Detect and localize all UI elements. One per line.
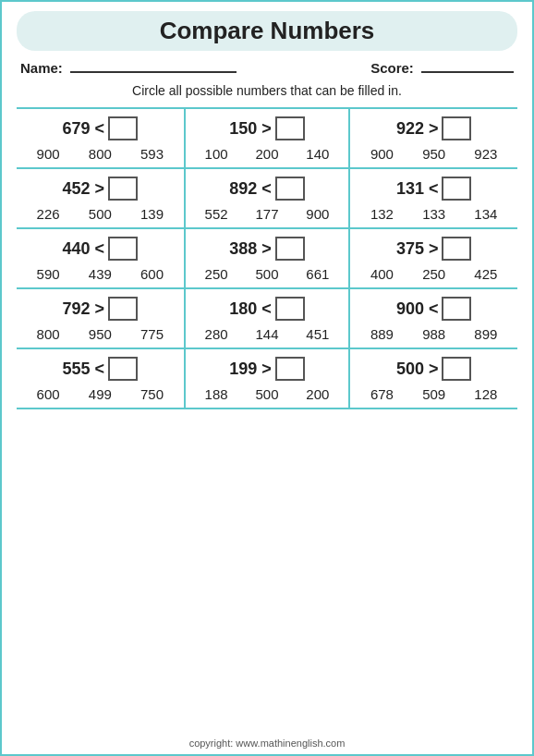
option-value[interactable]: 900: [370, 146, 394, 162]
answer-box[interactable]: [108, 116, 138, 140]
option-value[interactable]: 128: [474, 386, 497, 402]
option-value[interactable]: 425: [474, 266, 497, 282]
option-value[interactable]: 400: [370, 266, 394, 282]
option-value[interactable]: 451: [306, 326, 329, 342]
problem-number: 199 >: [229, 360, 272, 379]
option-value[interactable]: 100: [205, 146, 228, 162]
problem-cell: 792 >800950775: [17, 289, 184, 349]
problem-row: 388 >: [191, 237, 344, 261]
option-value[interactable]: 593: [140, 146, 164, 162]
problem-row: 131 <: [356, 177, 512, 201]
option-value[interactable]: 600: [37, 386, 60, 402]
score-label: Score:: [370, 60, 514, 76]
option-value[interactable]: 899: [474, 326, 497, 342]
name-score-row: Name: Score:: [17, 60, 517, 76]
option-value[interactable]: 500: [255, 266, 278, 282]
option-value[interactable]: 923: [474, 146, 497, 162]
option-value[interactable]: 800: [37, 326, 60, 342]
option-value[interactable]: 200: [306, 386, 329, 402]
problem-number: 131 <: [396, 179, 439, 199]
option-value[interactable]: 800: [89, 146, 112, 162]
options-row: 800950775: [22, 326, 178, 342]
problem-row: 500 >: [356, 357, 512, 381]
problem-number: 555 <: [63, 360, 105, 379]
problem-row: 892 <: [191, 177, 344, 201]
answer-box[interactable]: [442, 177, 471, 201]
option-value[interactable]: 889: [370, 326, 394, 342]
score-line[interactable]: [421, 71, 514, 73]
option-value[interactable]: 139: [140, 206, 164, 222]
option-value[interactable]: 988: [422, 326, 445, 342]
option-value[interactable]: 132: [370, 206, 394, 222]
page-title: Compare Numbers: [17, 11, 517, 51]
option-value[interactable]: 188: [205, 386, 228, 402]
option-value[interactable]: 552: [205, 206, 228, 222]
option-value[interactable]: 775: [140, 326, 164, 342]
answer-box[interactable]: [108, 357, 138, 381]
answer-box[interactable]: [442, 237, 471, 261]
option-value[interactable]: 499: [89, 386, 112, 402]
option-value[interactable]: 134: [474, 206, 497, 222]
option-value[interactable]: 250: [205, 266, 228, 282]
answer-box[interactable]: [275, 116, 305, 140]
problem-number: 388 >: [229, 239, 272, 259]
option-value[interactable]: 177: [255, 206, 278, 222]
option-value[interactable]: 500: [255, 386, 278, 402]
option-value[interactable]: 250: [422, 266, 445, 282]
answer-box[interactable]: [108, 237, 138, 261]
problem-row: 199 >: [191, 357, 344, 381]
option-value[interactable]: 140: [306, 146, 329, 162]
option-value[interactable]: 678: [370, 386, 394, 402]
option-value[interactable]: 133: [422, 206, 445, 222]
answer-box[interactable]: [275, 297, 305, 321]
problem-cell: 892 <552177900: [184, 169, 351, 229]
option-value[interactable]: 280: [205, 326, 228, 342]
problem-row: 555 <: [22, 357, 178, 381]
option-value[interactable]: 950: [422, 146, 445, 162]
options-row: 226500139: [22, 206, 178, 222]
answer-box[interactable]: [275, 177, 305, 201]
problem-row: 922 >: [356, 116, 512, 140]
option-value[interactable]: 590: [37, 266, 60, 282]
option-value[interactable]: 226: [37, 206, 60, 222]
name-line[interactable]: [70, 71, 237, 73]
problem-cell: 131 <132133134: [350, 169, 517, 229]
option-value[interactable]: 500: [89, 206, 112, 222]
answer-box[interactable]: [442, 116, 471, 140]
option-value[interactable]: 509: [422, 386, 445, 402]
option-value[interactable]: 750: [140, 386, 164, 402]
answer-box[interactable]: [108, 297, 138, 321]
options-row: 678509128: [356, 386, 512, 402]
copyright: copyright: www.mathinenglish.com: [17, 738, 517, 749]
problem-cell: 452 >226500139: [17, 169, 184, 229]
options-row: 280144451: [191, 326, 344, 342]
problem-cell: 440 <590439600: [17, 229, 184, 289]
option-value[interactable]: 144: [255, 326, 278, 342]
answer-box[interactable]: [442, 357, 471, 381]
option-value[interactable]: 900: [37, 146, 60, 162]
option-value[interactable]: 950: [89, 326, 112, 342]
problem-number: 180 <: [229, 299, 272, 319]
problem-cell: 500 >678509128: [350, 349, 517, 409]
problem-number: 892 <: [229, 179, 272, 199]
name-label: Name:: [20, 60, 237, 76]
problem-row: 150 >: [191, 116, 344, 140]
answer-box[interactable]: [108, 177, 138, 201]
option-value[interactable]: 900: [306, 206, 329, 222]
problem-number: 500 >: [396, 360, 439, 379]
option-value[interactable]: 661: [306, 266, 329, 282]
option-value[interactable]: 600: [140, 266, 164, 282]
instructions: Circle all possible numbers that can be …: [17, 83, 517, 98]
problem-number: 440 <: [63, 239, 105, 259]
option-value[interactable]: 200: [255, 146, 278, 162]
answer-box[interactable]: [442, 297, 471, 321]
options-row: 188500200: [191, 386, 344, 402]
options-row: 250500661: [191, 266, 344, 282]
problem-row: 440 <: [22, 237, 178, 261]
problems-grid: 679 <900800593150 >100200140922 >9009509…: [17, 107, 517, 409]
option-value[interactable]: 439: [89, 266, 112, 282]
answer-box[interactable]: [275, 357, 305, 381]
answer-box[interactable]: [275, 237, 305, 261]
page: Compare Numbers Name: Score: Circle all …: [0, 0, 534, 756]
problem-cell: 180 <280144451: [184, 289, 351, 349]
